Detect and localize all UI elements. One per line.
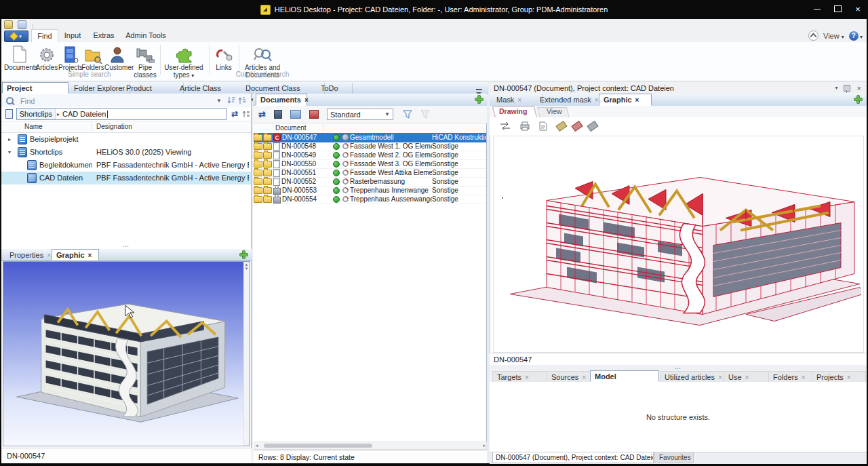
sort-structure-icon[interactable] xyxy=(242,110,251,119)
close-button[interactable]: × xyxy=(848,0,868,18)
bottom-tab-context[interactable]: DN-000547 (Document), Project context: C… xyxy=(492,452,654,463)
tree-row-cad-dateien-selected[interactable]: CAD Dateien PBF Fassadentechnik GmbH - A… xyxy=(1,172,251,185)
documents-hscrollbar[interactable]: ◂ ▸ xyxy=(254,442,487,450)
scroll-left-icon[interactable]: ◂ xyxy=(256,443,258,448)
minimize-button[interactable] xyxy=(807,0,827,18)
empty-structure-text: No structure exists. xyxy=(646,413,710,421)
ribbon-tab-extras[interactable]: Extras xyxy=(88,29,119,41)
pin-icon[interactable] xyxy=(844,85,850,92)
table-row[interactable]: DN-000548 Fassade West 1. OG ElementeSon… xyxy=(254,142,486,151)
result-view-select[interactable]: Standard▼ xyxy=(327,109,393,120)
links-icon xyxy=(214,45,233,64)
sort-ascending-icon[interactable] xyxy=(238,96,247,105)
find-input[interactable]: Find xyxy=(20,97,35,105)
panel-menu-icon[interactable]: ▾ xyxy=(835,85,838,91)
swap-arrows-icon[interactable] xyxy=(499,121,511,131)
tree-row-begleitdokumente[interactable]: Begleitdokumente PBF Fassadentechnik Gmb… xyxy=(1,159,251,172)
print-icon[interactable] xyxy=(519,121,530,131)
status-green-icon xyxy=(333,143,340,150)
ribbon-tab-input[interactable]: Input xyxy=(58,29,87,41)
breadcrumb[interactable]: Shortclips ▸ CAD Dateien xyxy=(16,108,226,120)
tree-column-name[interactable]: Name xyxy=(24,122,43,132)
tree-item-label: Begleitdokumente xyxy=(39,161,92,169)
tab-extended-mask[interactable]: Extended mask× xyxy=(536,94,607,105)
documents-toolbar: ⇄ Standard▼ xyxy=(253,106,487,123)
tab-todo[interactable]: ToDo xyxy=(317,83,353,94)
qat-key-icon[interactable] xyxy=(4,20,13,29)
tab-project-explorer[interactable]: Project Explorer× xyxy=(2,82,68,94)
collapse-icon[interactable]: ▾ xyxy=(8,149,15,155)
tab-graphic[interactable]: Graphic× xyxy=(599,94,652,106)
tab-product-explorer[interactable]: Product Explorer xyxy=(122,83,184,94)
puzzle-icon xyxy=(174,45,194,64)
tag-grey-icon[interactable] xyxy=(587,121,598,132)
documents-table-header[interactable]: OODocument numberInInWDesignationDocumen… xyxy=(254,123,486,134)
tree-column-designation[interactable]: Designation xyxy=(96,122,132,132)
scroll-right-icon[interactable]: ▸ xyxy=(483,443,486,448)
table-row[interactable]: DN-000553 Treppenhaus InnenwangeSonstige xyxy=(254,186,486,195)
add-result-tab-icon[interactable] xyxy=(475,96,483,103)
page-preview-icon[interactable] xyxy=(538,121,547,131)
viewport-scrollbar[interactable]: ▲ ▼ xyxy=(243,262,250,446)
mask-icon[interactable] xyxy=(309,110,319,119)
add-tab-icon[interactable] xyxy=(240,251,248,258)
tree-row-shortclips[interactable]: ▾ Shortclips HELiOS 30.0 (2025) Viewing xyxy=(1,146,251,159)
building-doc-icon xyxy=(273,197,281,203)
subtab-drawing[interactable]: Drawing xyxy=(499,107,527,115)
table-row[interactable]: DN-000550 Fassade West 3. OG ElementeSon… xyxy=(254,159,486,169)
bottom-tab-favourites[interactable]: Favourites xyxy=(654,452,694,463)
close-icon: × xyxy=(582,374,586,381)
tab-graphic-left[interactable]: Graphic× xyxy=(52,249,99,260)
tag-yellow-icon[interactable] xyxy=(555,121,567,132)
tab-article-class-explorer[interactable]: Article Class Explorer xyxy=(176,83,250,94)
filter-off-icon[interactable] xyxy=(420,110,430,119)
tab-model-structure[interactable]: Model structure× xyxy=(590,370,659,382)
find-dropdown-icon[interactable]: ▼ xyxy=(216,98,222,104)
display-options-icon[interactable] xyxy=(290,110,301,119)
tag-red-icon[interactable] xyxy=(571,121,583,132)
left-status-bar: DN-000547 xyxy=(1,448,252,463)
detail-splitter[interactable]: ⋯ xyxy=(490,365,867,370)
folder-node-icon xyxy=(27,160,37,170)
tab-document-class-explorer[interactable]: Document Class Explorer xyxy=(241,83,325,94)
collapse-ribbon-icon[interactable] xyxy=(808,31,818,41)
close-icon[interactable]: × xyxy=(88,252,92,259)
close-panel-icon[interactable]: × xyxy=(857,84,861,92)
view-menu[interactable]: View ▾ xyxy=(823,32,844,40)
close-icon[interactable]: × xyxy=(635,96,639,104)
tab-documents[interactable]: Documents× xyxy=(256,94,307,106)
table-row[interactable]: DN-000551 Fassade West Attika ElementeSo… xyxy=(254,168,486,178)
pin-result-icon[interactable] xyxy=(274,110,282,119)
qat-window-icon[interactable] xyxy=(18,20,26,29)
ribbon-separator xyxy=(160,45,161,75)
breadcrumb-current[interactable]: CAD Dateien xyxy=(61,110,107,118)
breadcrumb-root[interactable]: Shortclips xyxy=(17,109,56,119)
table-row[interactable]: DN-000549 Fassade West 2. OG ElementeSon… xyxy=(254,151,486,160)
graphic-viewport-left[interactable]: ▲ ▼ xyxy=(3,261,250,446)
table-row[interactable]: DN-000554 Treppenhaus AussenwangeSonstig… xyxy=(254,195,486,204)
drawing-viewport[interactable] xyxy=(493,136,864,353)
filter-icon[interactable] xyxy=(403,110,412,119)
breadcrumb-chevron-icon: ▸ xyxy=(56,111,61,117)
table-row-selected[interactable]: DN-000547 GesamtmodellHiCAD Konstruktion xyxy=(254,133,486,142)
workflow-ring-icon xyxy=(341,142,350,151)
ribbon-button-user-defined-types[interactable]: User-defined types ▾ xyxy=(163,43,205,77)
close-icon[interactable]: × xyxy=(304,96,309,104)
expand-icon[interactable]: ▸ xyxy=(8,136,15,142)
pipe-icon xyxy=(136,45,155,64)
table-row[interactable]: DN-000552 RasterbemassungSonstige xyxy=(254,177,486,187)
ribbon-tab-admin-tools[interactable]: Admin Tools xyxy=(121,29,171,41)
scrollbar-thumb[interactable] xyxy=(264,444,372,448)
help-button[interactable]: ? ▾ xyxy=(849,31,863,41)
tree-row-beispielprojekt[interactable]: ▸ Beispielprojekt xyxy=(1,133,251,146)
ribbon-tab-find[interactable]: Find xyxy=(31,29,58,42)
subtab-view[interactable]: View xyxy=(547,107,562,115)
sort-descending-icon[interactable] xyxy=(227,96,236,105)
refresh-icon[interactable]: ⇄ xyxy=(231,109,238,119)
refresh-results-icon[interactable]: ⇄ xyxy=(258,109,266,119)
tab-folder-explorer[interactable]: Folder Explorer xyxy=(70,83,130,94)
add-detail-tab-icon[interactable] xyxy=(854,96,862,103)
application-button[interactable]: ▾ xyxy=(4,31,28,42)
col-header-document-number[interactable]: Document number xyxy=(273,123,323,133)
maximize-button[interactable] xyxy=(827,0,848,18)
